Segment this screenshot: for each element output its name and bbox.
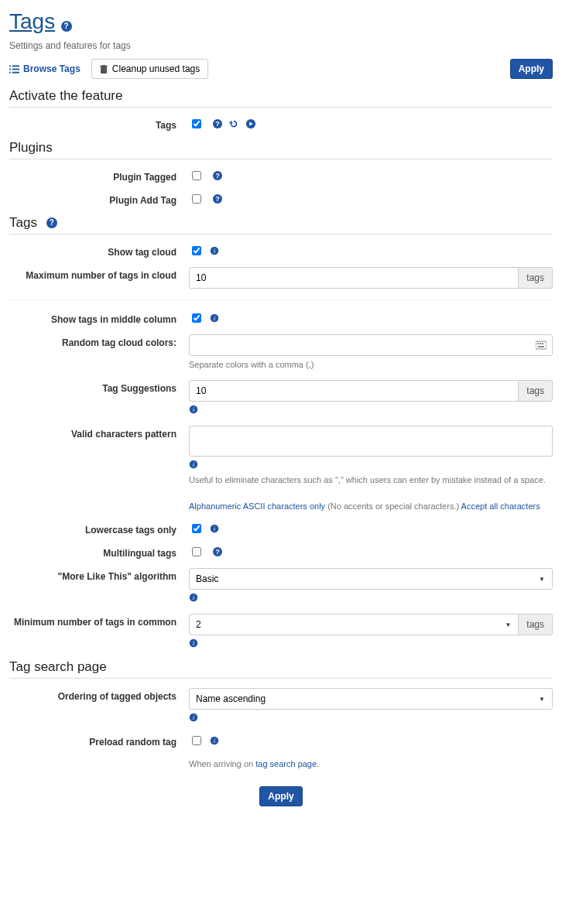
section-plugins-heading: Plugins <box>9 140 553 159</box>
svg-rect-3 <box>12 68 19 70</box>
svg-rect-5 <box>12 71 19 73</box>
info-icon[interactable]: i <box>210 524 219 533</box>
plugin-tagged-checkbox[interactable] <box>192 171 201 180</box>
svg-rect-4 <box>9 71 11 73</box>
keyboard-icon[interactable] <box>536 341 547 350</box>
valid-pattern-input[interactable] <box>189 426 553 457</box>
help-icon[interactable]: ? <box>46 217 57 228</box>
svg-text:i: i <box>214 248 215 255</box>
svg-text:i: i <box>214 525 215 532</box>
page-subtitle: Settings and features for tags <box>9 40 553 51</box>
random-colors-input[interactable] <box>189 334 553 356</box>
tags-label: Tags <box>9 117 189 131</box>
tag-search-page-link[interactable]: tag search page <box>255 759 317 768</box>
min-common-label: Minimum number of tags in common <box>9 614 189 628</box>
ordering-select[interactable]: Name ascending <box>189 688 553 710</box>
svg-text:i: i <box>193 406 194 413</box>
info-icon[interactable]: i <box>210 246 219 255</box>
show-middle-label: Show tags in middle column <box>9 311 189 325</box>
accept-all-link[interactable]: Accept all characters <box>461 501 540 511</box>
preload-checkbox[interactable] <box>192 736 201 745</box>
lowercase-only-label: Lowercase tags only <box>9 522 189 536</box>
plugin-add-tag-checkbox[interactable] <box>192 194 201 204</box>
info-icon[interactable]: i <box>189 593 198 602</box>
multilingual-checkbox[interactable] <box>192 547 201 556</box>
info-icon[interactable]: i <box>210 736 219 745</box>
valid-pattern-help: Useful to eliminate characters such as "… <box>189 474 553 486</box>
svg-text:i: i <box>193 640 194 647</box>
page-title[interactable]: Tags <box>9 9 55 34</box>
random-colors-help: Separate colors with a comma (,) <box>189 359 553 371</box>
plugin-tagged-label: Plugin Tagged <box>9 169 189 183</box>
svg-rect-12 <box>537 343 539 344</box>
svg-rect-13 <box>540 343 541 344</box>
svg-rect-2 <box>9 68 11 70</box>
max-tags-cloud-input[interactable] <box>189 267 519 289</box>
ordering-label: Ordering of tagged objects <box>9 688 189 702</box>
divider <box>9 299 553 300</box>
svg-text:i: i <box>193 594 194 601</box>
show-middle-checkbox[interactable] <box>192 313 201 323</box>
svg-text:i: i <box>214 737 215 744</box>
show-tag-cloud-label: Show tag cloud <box>9 244 189 258</box>
help-icon[interactable]: ? <box>213 171 222 180</box>
info-icon[interactable]: i <box>189 638 198 648</box>
help-icon[interactable]: ? <box>213 119 222 128</box>
browse-tags-label: Browse Tags <box>23 63 81 74</box>
svg-rect-1 <box>12 65 19 67</box>
more-like-this-label: "More Like This" algorithm <box>9 568 189 582</box>
svg-text:i: i <box>214 315 215 322</box>
preload-help-prefix: When arriving on <box>189 759 255 768</box>
addon-tags: tags <box>519 380 553 402</box>
lowercase-only-checkbox[interactable] <box>192 524 201 533</box>
valid-pattern-label: Valid characters pattern <box>9 426 189 440</box>
section-tags-heading: Tags ? <box>9 215 553 234</box>
svg-rect-15 <box>538 346 544 347</box>
info-icon[interactable]: i <box>189 405 198 414</box>
max-tags-cloud-label: Maximum number of tags in cloud <box>9 267 189 281</box>
info-icon[interactable]: i <box>189 460 198 469</box>
plugin-add-tag-label: Plugin Add Tag <box>9 192 189 206</box>
more-like-this-select[interactable]: Basic <box>189 568 553 590</box>
preload-help-suffix: . <box>317 759 319 768</box>
trash-icon <box>100 64 108 74</box>
addon-tags: tags <box>519 267 553 289</box>
tags-checkbox[interactable] <box>192 119 201 128</box>
section-search-heading: Tag search page <box>9 659 553 679</box>
help-icon[interactable]: ? <box>213 547 222 556</box>
preload-label: Preload random tag <box>9 734 189 748</box>
min-common-select[interactable]: 2 <box>189 614 519 635</box>
info-icon[interactable]: i <box>210 313 219 323</box>
cleanup-unused-button[interactable]: Cleanup unused tags <box>91 59 208 79</box>
show-tag-cloud-checkbox[interactable] <box>192 246 201 255</box>
cleanup-unused-label: Cleanup unused tags <box>112 63 200 74</box>
play-icon[interactable] <box>245 118 256 129</box>
svg-text:i: i <box>193 461 194 468</box>
random-colors-label: Random tag cloud colors: <box>9 334 189 348</box>
apply-button-bottom[interactable]: Apply <box>259 786 302 806</box>
list-icon <box>9 65 19 74</box>
svg-text:i: i <box>193 714 194 721</box>
svg-rect-0 <box>9 65 11 67</box>
tag-suggestions-input[interactable] <box>189 380 519 402</box>
addon-tags: tags <box>519 614 553 635</box>
help-icon[interactable]: ? <box>61 21 72 32</box>
tag-suggestions-label: Tag Suggestions <box>9 380 189 394</box>
alphanumeric-link[interactable]: Alphanumeric ASCII characters only <box>189 501 325 511</box>
info-icon[interactable]: i <box>189 713 198 722</box>
section-activate-heading: Activate the feature <box>9 88 553 108</box>
revert-icon[interactable] <box>228 118 239 129</box>
svg-rect-11 <box>536 341 547 349</box>
section-tags-heading-text: Tags <box>9 215 37 231</box>
browse-tags-link[interactable]: Browse Tags <box>9 63 81 74</box>
help-icon[interactable]: ? <box>213 194 222 204</box>
apply-button-top[interactable]: Apply <box>510 59 553 79</box>
svg-rect-14 <box>542 343 543 344</box>
alphanumeric-after: (No accents or special characters.) <box>327 501 459 511</box>
multilingual-label: Multilingual tags <box>9 545 189 559</box>
